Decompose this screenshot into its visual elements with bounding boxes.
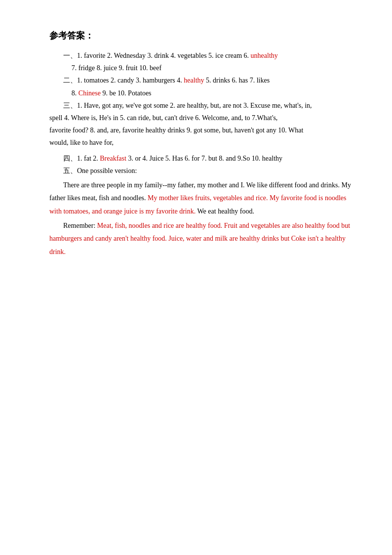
section-2-prefix: 二、 [63, 77, 77, 84]
section-3-line2-content: spell 4. Where is, He's in 5. can ride, … [49, 114, 277, 122]
section-2: 二、1. tomatoes 2. candy 3. hamburgers 4. … [49, 74, 353, 86]
section-1-content: 1. favorite 2. Wednesday 3. drink 4. veg… [77, 52, 278, 59]
section-3-line2: spell 4. Where is, He's in 5. can ride, … [49, 112, 353, 124]
section-3-content: 1. Have, got any, we've got some 2. are … [77, 102, 312, 109]
section-3-line4: would, like to have for, [49, 136, 353, 149]
section-1-prefix: 一、 [63, 52, 77, 59]
section-3-prefix: 三、 [63, 102, 77, 109]
page-title: 参考答案： [49, 30, 353, 42]
section-5: 五、One possible version: [49, 165, 353, 177]
section-3-start: 三、1. Have, got any, we've got some 2. ar… [49, 99, 353, 112]
section-2-content: 1. tomatoes 2. candy 3. hamburgers 4. he… [77, 77, 270, 84]
section-4: 四、1. fat 2. Breakfast 3. or 4. Juice 5. … [49, 152, 353, 165]
section-3-line4-content: would, like to have for, [49, 139, 114, 146]
page-container: 参考答案： 一、1. favorite 2. Wednesday 3. drin… [49, 30, 353, 258]
essay-para-1-content: There are three people in my family--my … [49, 181, 351, 215]
section-2-line2: 8. Chinese 9. be 10. Potatoes [49, 87, 353, 99]
section-3-line3: favorite food? 8. and, are, favorite hea… [49, 124, 353, 136]
section-5-prefix: 五、 [63, 167, 77, 174]
section-1-line2: 7. fridge 8. juice 9. fruit 10. beef [49, 62, 353, 74]
section-1-line2-content: 7. fridge 8. juice 9. fruit 10. beef [72, 64, 161, 72]
section-4-content: 1. fat 2. Breakfast 3. or 4. Juice 5. Ha… [77, 155, 282, 162]
essay-para-2: Remember: Meat, fish, noodles and rice a… [49, 219, 353, 259]
section-3-line3-content: favorite food? 8. and, are, favorite hea… [49, 127, 303, 134]
essay-para-2-content: Remember: Meat, fish, noodles and rice a… [49, 222, 350, 256]
section-1: 一、1. favorite 2. Wednesday 3. drink 4. v… [49, 49, 353, 62]
essay: There are three people in my family--my … [49, 179, 353, 259]
essay-para-1: There are three people in my family--my … [49, 179, 353, 218]
section-4-prefix: 四、 [63, 155, 77, 162]
section-2-line2-content: 8. Chinese 9. be 10. Potatoes [72, 89, 152, 97]
section-5-content: One possible version: [77, 167, 137, 174]
